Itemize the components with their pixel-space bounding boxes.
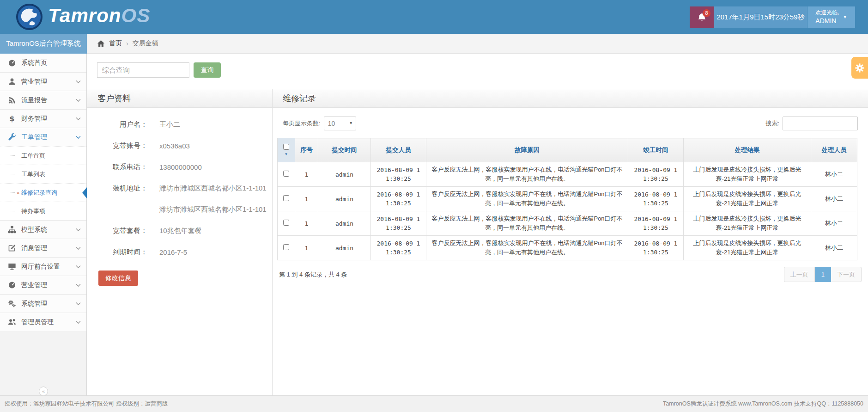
user-icon bbox=[8, 78, 16, 86]
per-page-select[interactable]: 10 bbox=[324, 117, 356, 130]
sidebar-subitem-repair-record-query[interactable]: » 维修记录查询 bbox=[0, 183, 86, 202]
datetime-display: 2017年1月9日15时23分59秒 bbox=[714, 6, 807, 28]
field-phone: 联系电话： 13800000000 bbox=[87, 156, 272, 178]
sidebar-collapse-button[interactable]: « bbox=[39, 387, 48, 396]
col-submitter[interactable]: 提交人员 bbox=[371, 138, 426, 162]
wrench-icon bbox=[8, 133, 16, 141]
row-checkbox[interactable] bbox=[283, 195, 289, 201]
col-submit-time[interactable]: 提交时间 bbox=[318, 138, 371, 162]
gears-icon bbox=[8, 300, 16, 307]
sidebar-item-label: 消息管理 bbox=[21, 244, 76, 252]
field-value: 13800000000 bbox=[159, 163, 202, 171]
top-navbar: TamronOS 8 2017年1月9日15时23分59秒 欢迎光临, ADMI… bbox=[0, 0, 868, 34]
notifications-button[interactable]: 8 bbox=[690, 6, 714, 28]
col-handler[interactable]: 处理人员 bbox=[811, 138, 857, 162]
row-checkbox[interactable] bbox=[283, 244, 289, 250]
customer-panel: 客户资料 用户名： 王小二 宽带账号： x0536a03 联系电话： 13800… bbox=[87, 89, 273, 395]
rss-icon bbox=[8, 96, 16, 104]
sidebar-item-admin-mgmt[interactable]: 管理员管理 bbox=[0, 313, 86, 331]
footer-product-text: TamronOS腾龙认证计费系统 www.TamronOS.com 技术支持QQ… bbox=[663, 400, 863, 408]
sidebar-subitem-label: 工单列表 bbox=[21, 170, 45, 178]
edit-info-button[interactable]: 修改信息 bbox=[98, 271, 138, 286]
sidebar-item-work-order-mgmt[interactable]: 工单管理 bbox=[0, 128, 86, 146]
sidebar-item-label: 系统管理 bbox=[21, 300, 76, 308]
navbar-right-group: 8 2017年1月9日15时23分59秒 欢迎光临, ADMIN ▼ bbox=[690, 6, 855, 28]
sidebar-item-label: 工单管理 bbox=[21, 133, 76, 141]
sidebar-item-label: 流量报告 bbox=[21, 96, 76, 105]
sitemap-icon bbox=[8, 226, 16, 234]
sidebar-subitem-todo-items[interactable]: » 待办事项 bbox=[0, 202, 86, 220]
gauge-icon bbox=[8, 59, 16, 67]
customer-fields: 用户名： 王小二 宽带账号： x0536a03 联系电话： 1380000000… bbox=[87, 108, 272, 286]
chevron-down-icon bbox=[76, 98, 81, 102]
next-page-button[interactable]: 下一页 bbox=[831, 267, 862, 282]
search-input[interactable] bbox=[97, 62, 189, 78]
row-checkbox[interactable] bbox=[283, 220, 289, 226]
page-footer: 授权使用：潍坊家园驿站电子技术有限公司 授权级别：运营商版 TamronOS腾龙… bbox=[0, 395, 868, 412]
edit-icon bbox=[8, 244, 16, 252]
field-value: 潍坊市潍城区西城名都小区1-1-101 bbox=[159, 205, 267, 214]
field-label: 装机地址： bbox=[87, 184, 147, 193]
row-checkbox[interactable] bbox=[283, 171, 289, 177]
gauge-icon bbox=[8, 281, 16, 289]
cell-handler: 林小二 bbox=[811, 187, 857, 211]
users-icon bbox=[8, 318, 16, 326]
breadcrumb-home[interactable]: 首页 bbox=[109, 39, 122, 48]
select-all-checkbox[interactable] bbox=[283, 144, 289, 150]
sidebar-item-system-home[interactable]: 系统首页 bbox=[0, 54, 86, 72]
sidebar-title: TamronOS后台管理系统 bbox=[0, 34, 87, 54]
sidebar-item-business-mgmt-2[interactable]: 营业管理 bbox=[0, 276, 86, 294]
cell-finish-time: 2016-08-09 11:30:25 bbox=[628, 162, 684, 187]
field-value: 王小二 bbox=[159, 120, 180, 129]
prev-page-button[interactable]: 上一页 bbox=[784, 267, 815, 282]
active-item-marker bbox=[82, 187, 87, 198]
search-button[interactable]: 查询 bbox=[194, 62, 221, 78]
page-1-button[interactable]: 1 bbox=[815, 267, 831, 282]
logo-secondary: OS bbox=[121, 5, 150, 26]
sidebar-nav: 系统首页 营业管理 流量报告 $ 财务管理 bbox=[0, 54, 87, 395]
cell-submit-time: 2016-08-09 11:30:25 bbox=[371, 236, 426, 260]
chevron-right-icon: › bbox=[126, 40, 128, 47]
table-controls: 每页显示条数: 10 ▼ 搜索: bbox=[273, 108, 868, 130]
sidebar-item-finance-mgmt[interactable]: $ 财务管理 bbox=[0, 109, 86, 128]
sidebar-item-label: 管理员管理 bbox=[21, 318, 76, 326]
table-footer: 第 1 到 4 条记录，共 4 条 上一页 1 下一页 bbox=[279, 267, 862, 282]
records-panel-title: 维修记录 bbox=[273, 89, 868, 108]
field-value: x0536a03 bbox=[159, 142, 190, 150]
col-result[interactable]: 处理结果 bbox=[684, 138, 811, 162]
field-expire: 到期时间： 2016-7-5 bbox=[87, 241, 272, 263]
sidebar-item-system-mgmt[interactable]: 系统管理 bbox=[0, 294, 86, 313]
cell-fault: 客户反应无法上网，客服核实发现用户不在线，电话沟通光猫Pon口灯不亮，同一单元有… bbox=[426, 211, 628, 236]
content-panels: 客户资料 用户名： 王小二 宽带账号： x0536a03 联系电话： 13800… bbox=[87, 89, 868, 395]
sidebar-item-business-mgmt[interactable]: 营业管理 bbox=[0, 72, 86, 91]
col-fault[interactable]: 故障原因 bbox=[426, 138, 628, 162]
work-order-submenu: » 工单首页 » 工单列表 » 维修记录查询 » 待办事项 bbox=[0, 146, 86, 220]
sidebar-item-model-system[interactable]: 模型系统 bbox=[0, 220, 86, 239]
home-icon[interactable] bbox=[97, 40, 105, 47]
quick-settings-button[interactable] bbox=[851, 57, 868, 79]
sidebar-item-traffic-report[interactable]: 流量报告 bbox=[0, 91, 86, 109]
sidebar-item-message-mgmt[interactable]: 消息管理 bbox=[0, 239, 86, 257]
cell-handler: 林小二 bbox=[811, 211, 857, 236]
col-seq[interactable]: 序号 bbox=[295, 138, 318, 162]
sidebar-subitem-work-order-list[interactable]: » 工单列表 bbox=[0, 165, 86, 183]
cell-submitter: admin bbox=[318, 236, 371, 260]
field-address: 装机地址： 潍坊市潍城区西城名都小区1-1-101 bbox=[87, 178, 272, 199]
cell-submitter: admin bbox=[318, 211, 371, 236]
cell-handler: 林小二 bbox=[811, 162, 857, 187]
user-menu[interactable]: 欢迎光临, ADMIN ▼ bbox=[807, 6, 855, 28]
col-finish-time[interactable]: 竣工时间 bbox=[628, 138, 684, 162]
field-account: 宽带账号： x0536a03 bbox=[87, 135, 272, 156]
welcome-text: 欢迎光临, ADMIN bbox=[815, 9, 839, 25]
welcome-greeting: 欢迎光临, bbox=[815, 9, 839, 16]
sidebar-subitem-work-order-home[interactable]: » 工单首页 bbox=[0, 146, 86, 165]
field-label: 联系电话： bbox=[87, 163, 147, 172]
desktop-icon bbox=[8, 263, 16, 271]
field-value: 潍坊市潍城区西城名都小区1-1-101 bbox=[159, 184, 267, 193]
records-summary: 第 1 到 4 条记录，共 4 条 bbox=[279, 271, 347, 279]
sidebar-item-web-portal-settings[interactable]: 网厅前台设置 bbox=[0, 257, 86, 276]
welcome-username: ADMIN bbox=[815, 17, 839, 25]
table-search-input[interactable] bbox=[783, 117, 858, 130]
cell-result: 上门后发现是皮线冷接头损坏，更换后光衰-21光猫正常上网正常 bbox=[684, 187, 811, 211]
cell-seq: 1 bbox=[295, 162, 318, 187]
